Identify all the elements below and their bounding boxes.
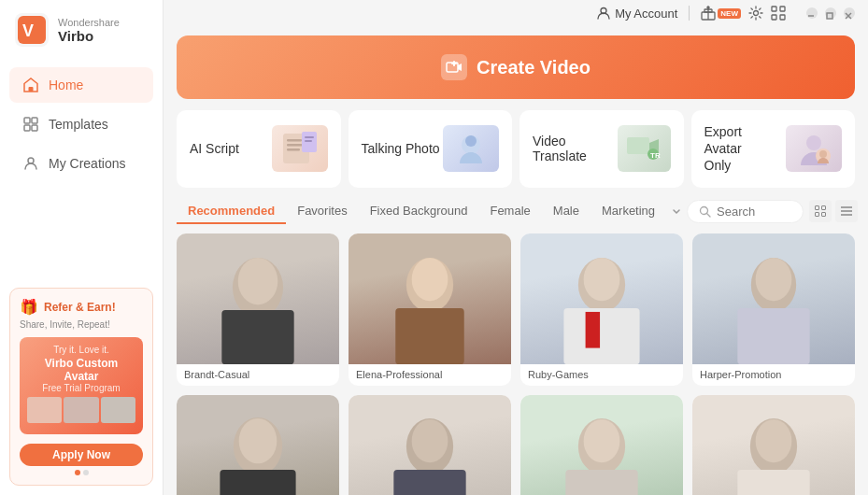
talking-photo-label: Talking Photo — [362, 141, 440, 156]
minimize-button[interactable] — [806, 7, 818, 19]
svg-rect-53 — [395, 308, 463, 364]
filter-search — [687, 200, 804, 223]
avatar-img-4 — [692, 233, 855, 364]
list-view-button[interactable] — [835, 200, 858, 222]
filter-tab-male[interactable]: Male — [542, 199, 591, 224]
gift-icon[interactable]: NEW — [701, 6, 741, 21]
avatar-name-3: Ruby-Games — [520, 364, 683, 386]
avatar-card-7[interactable] — [520, 395, 683, 495]
feature-card-talking-photo[interactable]: Talking Photo — [349, 110, 513, 188]
svg-point-68 — [584, 418, 620, 461]
svg-point-59 — [756, 257, 792, 300]
search-input[interactable] — [717, 205, 791, 219]
svg-point-71 — [756, 418, 792, 461]
svg-rect-43 — [816, 213, 819, 217]
filter-tab-favorites[interactable]: Favorites — [286, 199, 358, 224]
svg-point-36 — [806, 135, 821, 150]
filter-tab-fixed-bg[interactable]: Fixed Background — [359, 199, 479, 224]
sidebar-item-home[interactable]: Home — [9, 67, 153, 103]
svg-text:TR: TR — [650, 151, 661, 160]
filter-tab-female[interactable]: Female — [478, 199, 541, 224]
main-area: My Account NEW — [164, 0, 868, 495]
svg-rect-2 — [29, 87, 34, 92]
svg-rect-44 — [822, 213, 826, 217]
my-creations-icon — [22, 155, 39, 172]
svg-rect-42 — [822, 206, 826, 210]
view-toggle — [809, 200, 858, 222]
avatar-card-6[interactable] — [349, 395, 511, 495]
sidebar-item-my-creations[interactable]: My Creations — [9, 146, 153, 181]
titlebar-separator — [689, 6, 690, 21]
video-translate-label: Video Translate — [533, 134, 618, 163]
avatar-card-4[interactable]: Harper-Promotion — [692, 233, 855, 386]
svg-rect-29 — [305, 136, 314, 138]
account-label: My Account — [615, 7, 677, 21]
filter-more-button[interactable] — [666, 205, 687, 218]
sidebar-item-templates[interactable]: Templates — [9, 106, 153, 142]
svg-rect-66 — [393, 470, 465, 495]
svg-rect-56 — [563, 308, 639, 364]
grid-view-button[interactable] — [809, 200, 832, 222]
svg-rect-30 — [305, 140, 312, 142]
filter-tab-marketing[interactable]: Marketing — [591, 199, 666, 224]
maximize-button[interactable] — [825, 7, 836, 19]
avatar-card-1[interactable]: Brandt-Casual — [177, 233, 339, 386]
home-icon — [22, 77, 39, 93]
feature-card-video-translate[interactable]: Video Translate TR — [519, 110, 684, 188]
svg-rect-14 — [780, 7, 785, 11]
svg-rect-13 — [772, 7, 776, 11]
avatar-card-2[interactable]: Elena-Professional — [349, 233, 511, 386]
svg-point-38 — [819, 150, 827, 158]
product-name: Virbo — [58, 28, 120, 44]
talking-photo-thumb — [443, 125, 499, 172]
avatar-card-5[interactable]: HOT — [177, 395, 339, 495]
search-icon — [699, 205, 711, 218]
svg-rect-69 — [565, 470, 637, 495]
settings-icon[interactable] — [748, 6, 763, 21]
avatar-card-3[interactable]: Ruby-Games — [520, 233, 683, 386]
create-video-button[interactable]: Create Video — [177, 35, 855, 99]
feature-card-ai-script[interactable]: AI Script — [177, 110, 341, 188]
promo-refer-header: 🎁 Refer & Earn! — [20, 298, 143, 316]
svg-rect-60 — [737, 308, 809, 364]
svg-point-52 — [412, 257, 448, 300]
filter-tab-recommended[interactable]: Recommended — [177, 199, 286, 224]
svg-rect-5 — [24, 125, 30, 131]
feature-card-export-avatar[interactable]: Export Avatar Only — [691, 110, 856, 188]
svg-point-62 — [239, 418, 277, 463]
svg-rect-18 — [827, 13, 832, 19]
account-button[interactable]: My Account — [597, 7, 677, 21]
svg-rect-16 — [780, 15, 785, 20]
avatar-img-3 — [520, 233, 683, 364]
promo-custom-title: Virbo Custom Avatar — [27, 357, 135, 383]
svg-rect-63 — [220, 470, 295, 495]
ai-script-thumb — [272, 125, 328, 172]
promo-refer-title: Refer & Earn! — [44, 301, 116, 314]
svg-point-7 — [28, 158, 34, 163]
logo-text: Wondershare Virbo — [58, 17, 120, 44]
promo-img-grid — [27, 397, 135, 423]
svg-rect-4 — [32, 118, 37, 123]
sidebar: V Wondershare Virbo Home — [0, 0, 164, 495]
svg-rect-6 — [32, 125, 37, 131]
promo-apply-button[interactable]: Apply Now — [20, 444, 143, 466]
close-button[interactable] — [844, 7, 855, 19]
avatar-img-1 — [177, 233, 339, 364]
svg-text:V: V — [22, 21, 34, 40]
svg-point-32 — [465, 135, 477, 147]
promo-box: 🎁 Refer & Earn! Share, Invite, Repeat! T… — [9, 288, 153, 486]
avatar-img-2 — [349, 233, 511, 364]
svg-rect-41 — [816, 206, 819, 210]
grid-icon[interactable] — [771, 6, 786, 21]
avatar-name-2: Elena-Professional — [349, 364, 511, 386]
svg-rect-25 — [287, 139, 302, 142]
svg-rect-57 — [586, 311, 600, 347]
avatar-card-8[interactable] — [692, 395, 855, 495]
promo-custom-area: Try it. Love it. Virbo Custom Avatar Fre… — [20, 337, 143, 434]
avatar-img-5 — [177, 395, 339, 495]
titlebar: My Account NEW — [164, 0, 868, 26]
svg-rect-72 — [737, 470, 809, 495]
sidebar-home-label: Home — [49, 78, 83, 92]
svg-rect-3 — [24, 118, 30, 123]
export-avatar-label: Export Avatar Only — [704, 123, 770, 175]
